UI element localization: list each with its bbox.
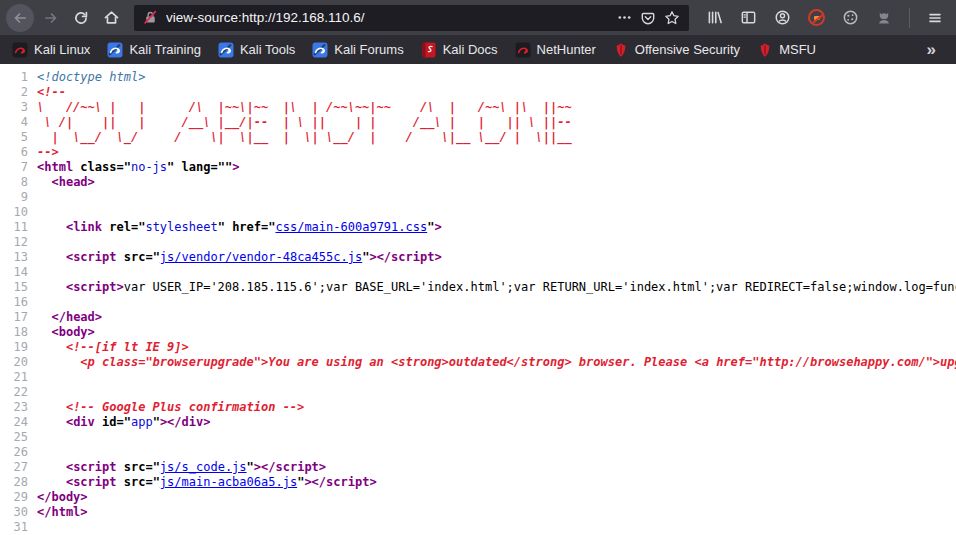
source-token: src bbox=[124, 475, 146, 489]
sidebar-button[interactable] bbox=[733, 4, 763, 32]
source-link[interactable]: css/main-600a9791.css bbox=[275, 220, 427, 234]
source-token: </body> bbox=[37, 490, 88, 504]
extension-badger-button[interactable] bbox=[869, 4, 899, 32]
home-icon bbox=[103, 9, 120, 26]
bookmark-item[interactable]: Kali Docs bbox=[421, 42, 498, 58]
source-token: " bbox=[247, 460, 254, 474]
source-token: =" bbox=[261, 220, 275, 234]
source-token bbox=[37, 250, 66, 264]
source-line: 23 <!-- Google Plus confirmation --> bbox=[0, 400, 956, 415]
back-button[interactable] bbox=[6, 4, 34, 32]
source-line: 9 bbox=[0, 190, 956, 205]
reload-button[interactable] bbox=[66, 4, 96, 32]
extension-blocker-button[interactable] bbox=[801, 4, 831, 32]
url-bar[interactable]: view-source:http://192.168.110.6/ bbox=[134, 5, 689, 31]
source-link[interactable]: js/vendor/vendor-48ca455c.js bbox=[160, 250, 362, 264]
account-button[interactable] bbox=[767, 4, 797, 32]
forward-button[interactable] bbox=[36, 4, 66, 32]
line-number: 18 bbox=[0, 325, 37, 340]
bookmarks-toolbar: Kali LinuxKali TrainingKali ToolsKali Fo… bbox=[0, 35, 956, 64]
source-token: <!--[if lt IE 9]> bbox=[66, 340, 189, 354]
source-token: " bbox=[153, 415, 160, 429]
line-number: 23 bbox=[0, 400, 37, 415]
line-number: 30 bbox=[0, 505, 37, 520]
source-line: 27 <script src="js/s_code.js"></script> bbox=[0, 460, 956, 475]
library-button[interactable] bbox=[699, 4, 729, 32]
home-button[interactable] bbox=[96, 4, 126, 32]
source-token: no-js bbox=[131, 160, 167, 174]
line-content: </html> bbox=[37, 505, 88, 520]
red-shield-icon bbox=[757, 42, 773, 58]
toolbar-separator bbox=[909, 8, 910, 28]
source-token bbox=[37, 400, 66, 414]
line-number: 26 bbox=[0, 445, 37, 460]
line-number: 9 bbox=[0, 190, 37, 205]
bookmark-item[interactable]: NetHunter bbox=[515, 42, 596, 58]
source-line: 1<!doctype html> bbox=[0, 70, 956, 85]
line-number: 25 bbox=[0, 430, 37, 445]
menu-button[interactable] bbox=[920, 4, 950, 32]
source-code: 1<!doctype html>2<!--3\ //~~\ | | /\ |~~… bbox=[0, 70, 956, 535]
source-token: <script> bbox=[66, 280, 124, 294]
source-line: 12 bbox=[0, 235, 956, 250]
source-link[interactable]: js/main-acba06a5.js bbox=[160, 475, 297, 489]
source-token: </head> bbox=[51, 310, 102, 324]
blocked-extension-icon bbox=[808, 9, 825, 26]
source-token: =" bbox=[145, 460, 159, 474]
source-token: <body> bbox=[51, 325, 94, 339]
bookmark-label: NetHunter bbox=[537, 42, 596, 57]
source-token: > bbox=[254, 460, 261, 474]
source-line: 4 \ /| || | /__\ |__/|-- | \ || | | /__\… bbox=[0, 115, 956, 130]
source-line: 16 bbox=[0, 295, 956, 310]
source-token: <!doctype html> bbox=[37, 70, 145, 84]
line-content: <div id="app"></div> bbox=[37, 415, 210, 430]
back-arrow-icon bbox=[12, 10, 28, 26]
account-icon bbox=[774, 9, 791, 26]
sidebar-icon bbox=[740, 9, 757, 26]
bookmark-item[interactable]: MSFU bbox=[757, 42, 816, 58]
line-content: \ /| || | /__\ |__/|-- | \ || | | /__\ |… bbox=[37, 115, 572, 130]
extension-cookie-button[interactable] bbox=[835, 4, 865, 32]
bookmark-label: Kali Training bbox=[129, 42, 201, 57]
source-line: 20 <p class="browserupgrade">You are usi… bbox=[0, 355, 956, 370]
source-token: </script> bbox=[312, 475, 377, 489]
pocket-icon[interactable] bbox=[640, 10, 656, 26]
bookmark-item[interactable]: Kali Tools bbox=[218, 42, 295, 58]
line-number: 10 bbox=[0, 205, 37, 220]
bookmark-star-icon[interactable] bbox=[664, 10, 680, 26]
source-token: class bbox=[80, 160, 116, 174]
line-number: 19 bbox=[0, 340, 37, 355]
line-number: 15 bbox=[0, 280, 37, 295]
library-icon bbox=[706, 9, 723, 26]
url-text[interactable]: view-source:http://192.168.110.6/ bbox=[166, 10, 609, 25]
bookmark-item[interactable]: Offensive Security bbox=[613, 42, 740, 58]
source-token bbox=[174, 160, 181, 174]
source-token bbox=[116, 460, 123, 474]
bookmark-item[interactable]: Kali Training bbox=[107, 42, 201, 58]
line-content: <!--[if lt IE 9]> bbox=[37, 340, 189, 355]
bookmark-item[interactable]: Kali Linux bbox=[12, 42, 90, 58]
source-token bbox=[37, 325, 51, 339]
source-token: </html> bbox=[37, 505, 88, 519]
red-shield-icon bbox=[613, 42, 629, 58]
toolbar-right-icons bbox=[699, 4, 950, 32]
source-token: \ //~~\ | | /\ |~~\|~~ |\ | /~~\~~|~~ /\… bbox=[37, 100, 572, 114]
bookmark-item[interactable]: Kali Forums bbox=[312, 42, 403, 58]
bookmark-label: Offensive Security bbox=[635, 42, 740, 57]
page-actions-icon[interactable] bbox=[617, 10, 632, 25]
line-number: 2 bbox=[0, 85, 37, 100]
reload-icon bbox=[73, 10, 89, 26]
source-token: rel bbox=[109, 220, 131, 234]
source-link[interactable]: js/s_code.js bbox=[160, 460, 247, 474]
source-line: 18 <body> bbox=[0, 325, 956, 340]
source-token: =" bbox=[145, 475, 159, 489]
kali-logo-blue-icon bbox=[218, 42, 234, 58]
source-line: 2<!-- bbox=[0, 85, 956, 100]
source-line: 22 bbox=[0, 385, 956, 400]
source-token bbox=[37, 175, 51, 189]
line-number: 17 bbox=[0, 310, 37, 325]
forward-arrow-icon bbox=[43, 10, 59, 26]
bookmarks-overflow-chevron[interactable]: » bbox=[927, 40, 944, 60]
source-token: </div> bbox=[167, 415, 210, 429]
kali-logo-blue-icon bbox=[312, 42, 328, 58]
